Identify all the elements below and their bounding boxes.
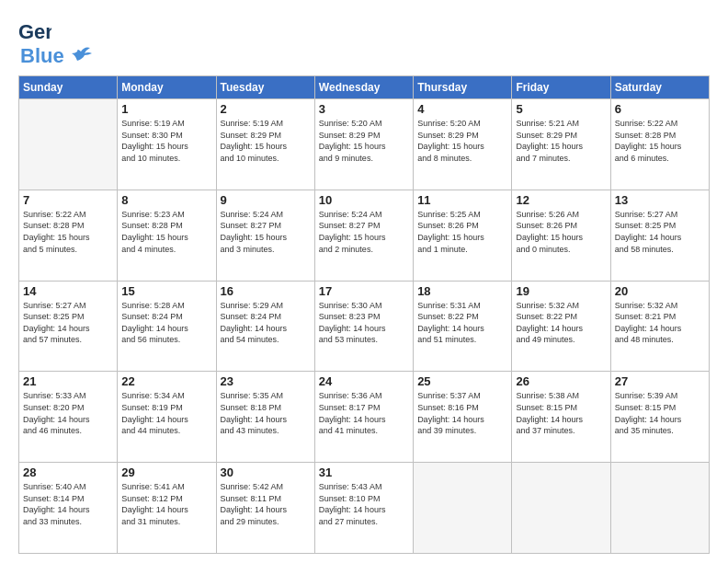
day-info: Sunrise: 5:22 AM Sunset: 8:28 PM Dayligh… <box>615 118 705 164</box>
day-number: 31 <box>319 465 409 479</box>
day-info: Sunrise: 5:38 AM Sunset: 8:15 PM Dayligh… <box>516 390 606 436</box>
day-number: 4 <box>417 102 507 116</box>
day-number: 8 <box>121 193 211 207</box>
day-info: Sunrise: 5:39 AM Sunset: 8:15 PM Dayligh… <box>615 390 705 436</box>
calendar-cell: 25Sunrise: 5:37 AM Sunset: 8:16 PM Dayli… <box>414 372 512 463</box>
day-number: 30 <box>221 465 311 479</box>
day-number: 9 <box>221 193 311 207</box>
day-info: Sunrise: 5:30 AM Sunset: 8:23 PM Dayligh… <box>319 300 409 346</box>
calendar-cell: 2Sunrise: 5:19 AM Sunset: 8:29 PM Daylig… <box>216 99 314 190</box>
calendar-cell: 16Sunrise: 5:29 AM Sunset: 8:24 PM Dayli… <box>216 281 314 372</box>
weekday-header-tuesday: Tuesday <box>216 76 314 99</box>
day-number: 6 <box>615 102 705 116</box>
day-info: Sunrise: 5:35 AM Sunset: 8:18 PM Dayligh… <box>221 390 311 436</box>
day-number: 12 <box>516 193 606 207</box>
calendar-cell: 22Sunrise: 5:34 AM Sunset: 8:19 PM Dayli… <box>118 372 216 463</box>
day-info: Sunrise: 5:36 AM Sunset: 8:17 PM Dayligh… <box>319 390 409 436</box>
day-info: Sunrise: 5:22 AM Sunset: 8:28 PM Dayligh… <box>23 209 113 255</box>
weekday-header-saturday: Saturday <box>610 76 709 99</box>
weekday-header-row: SundayMondayTuesdayWednesdayThursdayFrid… <box>19 76 710 99</box>
calendar-cell: 5Sunrise: 5:21 AM Sunset: 8:29 PM Daylig… <box>512 99 610 190</box>
day-info: Sunrise: 5:42 AM Sunset: 8:11 PM Dayligh… <box>221 481 311 527</box>
calendar-cell: 1Sunrise: 5:19 AM Sunset: 8:30 PM Daylig… <box>118 99 216 190</box>
calendar-cell: 6Sunrise: 5:22 AM Sunset: 8:28 PM Daylig… <box>610 99 709 190</box>
day-info: Sunrise: 5:37 AM Sunset: 8:16 PM Dayligh… <box>417 390 507 436</box>
header: General Blue <box>18 15 710 68</box>
day-number: 16 <box>221 284 311 298</box>
calendar-cell: 4Sunrise: 5:20 AM Sunset: 8:29 PM Daylig… <box>414 99 512 190</box>
day-info: Sunrise: 5:33 AM Sunset: 8:20 PM Dayligh… <box>23 390 113 436</box>
day-info: Sunrise: 5:32 AM Sunset: 8:22 PM Dayligh… <box>516 300 606 346</box>
calendar-cell: 21Sunrise: 5:33 AM Sunset: 8:20 PM Dayli… <box>19 372 118 463</box>
calendar-cell: 8Sunrise: 5:23 AM Sunset: 8:28 PM Daylig… <box>118 190 216 281</box>
day-info: Sunrise: 5:21 AM Sunset: 8:29 PM Dayligh… <box>516 118 606 164</box>
day-info: Sunrise: 5:34 AM Sunset: 8:19 PM Dayligh… <box>121 390 211 436</box>
day-number: 29 <box>121 465 211 479</box>
day-info: Sunrise: 5:20 AM Sunset: 8:29 PM Dayligh… <box>417 118 507 164</box>
calendar-cell: 23Sunrise: 5:35 AM Sunset: 8:18 PM Dayli… <box>216 372 314 463</box>
calendar-cell: 3Sunrise: 5:20 AM Sunset: 8:29 PM Daylig… <box>314 99 413 190</box>
day-number: 20 <box>615 284 705 298</box>
calendar-cell: 9Sunrise: 5:24 AM Sunset: 8:27 PM Daylig… <box>216 190 314 281</box>
day-number: 24 <box>319 374 409 388</box>
day-info: Sunrise: 5:19 AM Sunset: 8:29 PM Dayligh… <box>221 118 311 164</box>
day-info: Sunrise: 5:43 AM Sunset: 8:10 PM Dayligh… <box>319 481 409 527</box>
calendar-cell: 20Sunrise: 5:32 AM Sunset: 8:21 PM Dayli… <box>610 281 709 372</box>
calendar-cell <box>19 99 118 190</box>
day-info: Sunrise: 5:26 AM Sunset: 8:26 PM Dayligh… <box>516 209 606 255</box>
calendar-cell: 19Sunrise: 5:32 AM Sunset: 8:22 PM Dayli… <box>512 281 610 372</box>
calendar-cell: 27Sunrise: 5:39 AM Sunset: 8:15 PM Dayli… <box>610 372 709 463</box>
day-number: 3 <box>319 102 409 116</box>
calendar-cell <box>414 463 512 554</box>
day-number: 27 <box>615 374 705 388</box>
week-row-2: 14Sunrise: 5:27 AM Sunset: 8:25 PM Dayli… <box>19 281 710 372</box>
calendar-cell: 15Sunrise: 5:28 AM Sunset: 8:24 PM Dayli… <box>118 281 216 372</box>
day-number: 25 <box>417 374 507 388</box>
day-info: Sunrise: 5:19 AM Sunset: 8:30 PM Dayligh… <box>121 118 211 164</box>
day-number: 17 <box>319 284 409 298</box>
calendar-cell <box>610 463 709 554</box>
calendar-cell: 13Sunrise: 5:27 AM Sunset: 8:25 PM Dayli… <box>610 190 709 281</box>
weekday-header-wednesday: Wednesday <box>314 76 413 99</box>
calendar-table: SundayMondayTuesdayWednesdayThursdayFrid… <box>18 75 710 554</box>
page: General Blue SundayMondayTuesdayWednesda… <box>0 0 728 563</box>
day-number: 11 <box>417 193 507 207</box>
day-info: Sunrise: 5:24 AM Sunset: 8:27 PM Dayligh… <box>221 209 311 255</box>
calendar-cell: 12Sunrise: 5:26 AM Sunset: 8:26 PM Dayli… <box>512 190 610 281</box>
day-info: Sunrise: 5:27 AM Sunset: 8:25 PM Dayligh… <box>615 209 705 255</box>
day-info: Sunrise: 5:27 AM Sunset: 8:25 PM Dayligh… <box>23 300 113 346</box>
day-number: 2 <box>221 102 311 116</box>
day-number: 23 <box>221 374 311 388</box>
day-number: 13 <box>615 193 705 207</box>
calendar-cell: 28Sunrise: 5:40 AM Sunset: 8:14 PM Dayli… <box>19 463 118 554</box>
day-info: Sunrise: 5:24 AM Sunset: 8:27 PM Dayligh… <box>319 209 409 255</box>
day-number: 7 <box>23 193 113 207</box>
calendar-cell: 24Sunrise: 5:36 AM Sunset: 8:17 PM Dayli… <box>314 372 413 463</box>
day-info: Sunrise: 5:31 AM Sunset: 8:22 PM Dayligh… <box>417 300 507 346</box>
week-row-3: 21Sunrise: 5:33 AM Sunset: 8:20 PM Dayli… <box>19 372 710 463</box>
day-number: 5 <box>516 102 606 116</box>
calendar-cell: 30Sunrise: 5:42 AM Sunset: 8:11 PM Dayli… <box>216 463 314 554</box>
calendar-cell: 17Sunrise: 5:30 AM Sunset: 8:23 PM Dayli… <box>314 281 413 372</box>
day-number: 14 <box>23 284 113 298</box>
day-number: 26 <box>516 374 606 388</box>
day-info: Sunrise: 5:29 AM Sunset: 8:24 PM Dayligh… <box>221 300 311 346</box>
logo-blue-text: Blue <box>20 44 64 68</box>
day-info: Sunrise: 5:25 AM Sunset: 8:26 PM Dayligh… <box>417 209 507 255</box>
week-row-0: 1Sunrise: 5:19 AM Sunset: 8:30 PM Daylig… <box>19 99 710 190</box>
calendar-cell: 29Sunrise: 5:41 AM Sunset: 8:12 PM Dayli… <box>118 463 216 554</box>
day-info: Sunrise: 5:20 AM Sunset: 8:29 PM Dayligh… <box>319 118 409 164</box>
day-number: 21 <box>23 374 113 388</box>
day-number: 28 <box>23 465 113 479</box>
day-number: 19 <box>516 284 606 298</box>
day-info: Sunrise: 5:23 AM Sunset: 8:28 PM Dayligh… <box>121 209 211 255</box>
day-number: 15 <box>121 284 211 298</box>
week-row-4: 28Sunrise: 5:40 AM Sunset: 8:14 PM Dayli… <box>19 463 710 554</box>
logo: General Blue <box>18 15 94 68</box>
svg-text:General: General <box>18 20 51 43</box>
calendar-cell: 14Sunrise: 5:27 AM Sunset: 8:25 PM Dayli… <box>19 281 118 372</box>
weekday-header-thursday: Thursday <box>414 76 512 99</box>
calendar-cell: 10Sunrise: 5:24 AM Sunset: 8:27 PM Dayli… <box>314 190 413 281</box>
day-number: 1 <box>121 102 211 116</box>
logo-bird-icon <box>68 46 94 66</box>
